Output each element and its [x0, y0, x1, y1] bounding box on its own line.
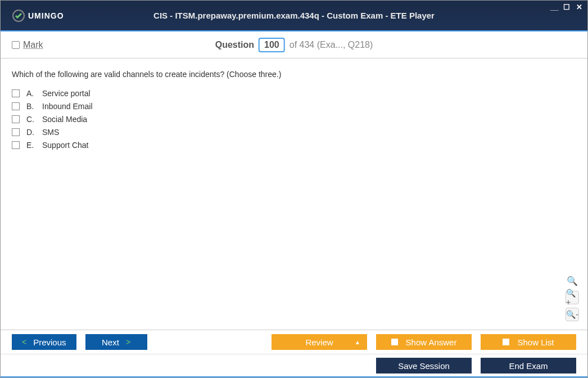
- option-text: Support Chat: [42, 141, 89, 150]
- option-letter: B.: [26, 102, 35, 111]
- question-text: Which of the following are valid channel…: [12, 70, 576, 79]
- review-label: Review: [305, 338, 333, 347]
- option-a[interactable]: A. Service portal: [12, 89, 576, 98]
- question-number-input[interactable]: 100: [259, 38, 285, 52]
- chevron-right-icon: >: [126, 338, 130, 346]
- content-area: Which of the following are valid channel…: [1, 58, 587, 330]
- option-d[interactable]: D. SMS: [12, 128, 576, 137]
- app-title: CIS - ITSM.prepaway.premium.exam.434q - …: [153, 11, 435, 20]
- option-checkbox[interactable]: [12, 141, 20, 149]
- close-icon[interactable]: ✕: [575, 3, 583, 11]
- chevron-left-icon: <: [22, 338, 26, 346]
- show-answer-button[interactable]: Show Answer: [376, 334, 472, 350]
- review-button[interactable]: Review ▲: [272, 334, 367, 350]
- question-header: Mark Question 100 of 434 (Exa..., Q218): [1, 32, 587, 58]
- app-logo: UMINGO: [12, 9, 64, 22]
- option-checkbox[interactable]: [12, 89, 20, 97]
- next-label: Next: [102, 338, 119, 347]
- minimize-icon[interactable]: __: [550, 3, 558, 11]
- question-label: Question: [215, 40, 254, 50]
- previous-button[interactable]: < Previous: [12, 334, 76, 350]
- triangle-up-icon: ▲: [355, 339, 360, 345]
- logo-check-icon: [12, 9, 25, 22]
- option-letter: E.: [26, 141, 35, 150]
- maximize-icon[interactable]: ☐: [563, 3, 571, 11]
- option-letter: A.: [26, 89, 35, 98]
- show-list-label: Show List: [517, 338, 554, 347]
- options-list: A. Service portal B. Inbound Email C. So…: [12, 89, 576, 150]
- square-icon: [391, 339, 398, 345]
- option-text: Inbound Email: [42, 102, 93, 111]
- mark-label: Mark: [23, 40, 43, 50]
- option-checkbox[interactable]: [12, 102, 20, 110]
- titlebar: UMINGO CIS - ITSM.prepaway.premium.exam.…: [1, 1, 587, 32]
- option-text: SMS: [42, 128, 59, 137]
- brand-text: UMINGO: [28, 11, 64, 20]
- mark-checkbox[interactable]: [12, 41, 20, 49]
- end-exam-button[interactable]: End Exam: [481, 358, 576, 374]
- search-icon[interactable]: 🔍: [566, 274, 579, 287]
- option-b[interactable]: B. Inbound Email: [12, 102, 576, 111]
- option-text: Service portal: [42, 89, 91, 98]
- zoom-controls: 🔍 🔍+ 🔍-: [566, 274, 579, 321]
- option-c[interactable]: C. Social Media: [12, 115, 576, 124]
- option-letter: D.: [26, 128, 35, 137]
- option-letter: C.: [26, 115, 35, 124]
- show-answer-label: Show Answer: [406, 338, 457, 347]
- action-row: Save Session End Exam: [1, 354, 587, 377]
- zoom-in-button[interactable]: 🔍+: [566, 291, 579, 304]
- nav-row: < Previous Next > Review ▲ Show Answer S…: [1, 330, 587, 354]
- window-controls: __ ☐ ✕: [550, 3, 583, 11]
- option-e[interactable]: E. Support Chat: [12, 141, 576, 150]
- question-info: Question 100 of 434 (Exa..., Q218): [215, 38, 373, 52]
- option-checkbox[interactable]: [12, 128, 20, 136]
- footer: < Previous Next > Review ▲ Show Answer S…: [1, 330, 587, 377]
- question-total: of 434 (Exa..., Q218): [290, 40, 373, 50]
- option-text: Social Media: [42, 115, 87, 124]
- mark-section[interactable]: Mark: [12, 40, 43, 50]
- square-icon: [503, 339, 509, 345]
- option-checkbox[interactable]: [12, 115, 20, 123]
- show-list-button[interactable]: Show List: [481, 334, 576, 350]
- zoom-out-button[interactable]: 🔍-: [566, 308, 579, 321]
- previous-label: Previous: [33, 338, 66, 347]
- save-session-button[interactable]: Save Session: [376, 358, 472, 374]
- next-button[interactable]: Next >: [85, 334, 147, 350]
